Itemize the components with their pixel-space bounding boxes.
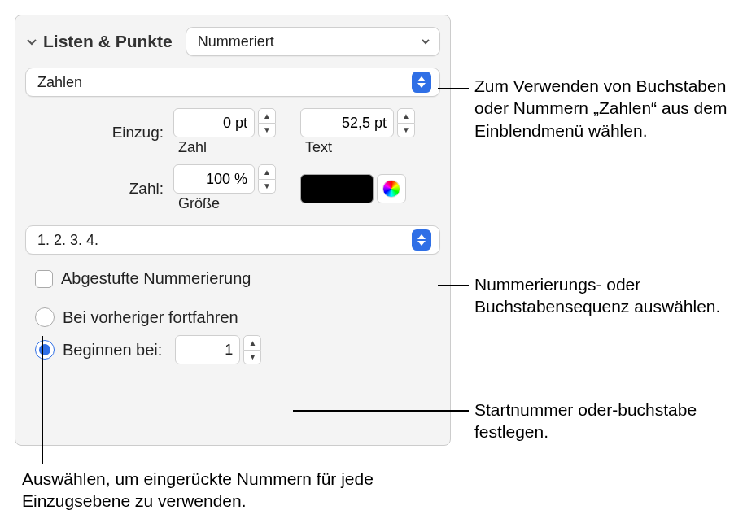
callout-format: Zum Verwenden von Buchstaben oder Nummer…	[474, 75, 743, 142]
indent-number-sublabel: Zahl	[173, 139, 207, 156]
indent-text-sublabel: Text	[300, 139, 332, 156]
indent-number-input[interactable]: 0 pt	[173, 108, 255, 137]
stepper-down-icon[interactable]: ▼	[243, 351, 261, 365]
callout-line	[438, 88, 469, 89]
stepper-down-icon[interactable]: ▼	[258, 180, 276, 194]
stepper-up-icon[interactable]: ▲	[258, 108, 276, 124]
svg-marker-2	[417, 234, 426, 239]
tiered-numbering-label: Abgestufte Nummerierung	[61, 269, 251, 288]
stepper-down-icon[interactable]: ▼	[258, 124, 276, 138]
disclosure-lists-bullets[interactable]: Listen & Punkte	[25, 32, 173, 51]
stepper-up-icon[interactable]: ▲	[258, 164, 276, 180]
size-input[interactable]: 100 %	[173, 164, 255, 194]
indent-label: Einzug:	[25, 124, 164, 142]
stepper-down-icon[interactable]: ▼	[397, 124, 415, 138]
chevron-down-icon	[25, 35, 38, 48]
svg-marker-1	[417, 83, 426, 88]
svg-marker-0	[417, 76, 426, 81]
callout-line	[438, 285, 469, 286]
color-well[interactable]	[300, 174, 374, 203]
indent-text-input[interactable]: 52,5 pt	[300, 108, 394, 137]
svg-marker-3	[417, 241, 426, 246]
size-stepper[interactable]: ▲ ▼	[258, 164, 276, 194]
continue-radio[interactable]	[35, 307, 55, 327]
chevron-down-icon	[420, 36, 431, 47]
sequence-select[interactable]: 1. 2. 3. 4.	[25, 225, 440, 255]
size-label: Zahl:	[25, 180, 164, 198]
tiered-numbering-checkbox[interactable]	[35, 270, 53, 288]
indent-number-stepper[interactable]: ▲ ▼	[258, 108, 276, 137]
start-at-stepper[interactable]: ▲ ▼	[243, 335, 261, 364]
stepper-up-icon[interactable]: ▲	[397, 108, 415, 124]
color-picker-button[interactable]	[377, 174, 406, 203]
number-format-value: Zahlen	[37, 74, 82, 91]
list-style-value: Nummeriert	[198, 33, 274, 50]
callout-start: Startnummer oder-buchstabe festlegen.	[474, 399, 743, 443]
sequence-value: 1. 2. 3. 4.	[37, 232, 98, 249]
callout-tiered: Auswählen, um eingerückte Nummern für je…	[22, 468, 388, 512]
size-sublabel: Größe	[173, 195, 220, 212]
start-at-radio[interactable]	[35, 340, 55, 360]
dropdown-handle-icon	[412, 72, 431, 93]
indent-text-stepper[interactable]: ▲ ▼	[397, 108, 415, 137]
section-title: Listen & Punkte	[43, 32, 173, 51]
color-wheel-icon	[382, 180, 400, 198]
stepper-up-icon[interactable]: ▲	[243, 335, 261, 351]
callout-sequence: Nummerierungs- oder Buchstabensequenz au…	[474, 273, 743, 318]
continue-radio-label: Bei vorheriger fortfahren	[63, 308, 238, 327]
list-style-select[interactable]: Nummeriert	[186, 27, 440, 56]
callout-line	[293, 410, 469, 412]
dropdown-handle-icon	[412, 229, 431, 251]
start-at-input[interactable]: 1	[175, 335, 240, 364]
callout-line	[42, 336, 43, 464]
number-format-select[interactable]: Zahlen	[25, 68, 440, 97]
start-at-radio-label: Beginnen bei:	[63, 341, 162, 360]
